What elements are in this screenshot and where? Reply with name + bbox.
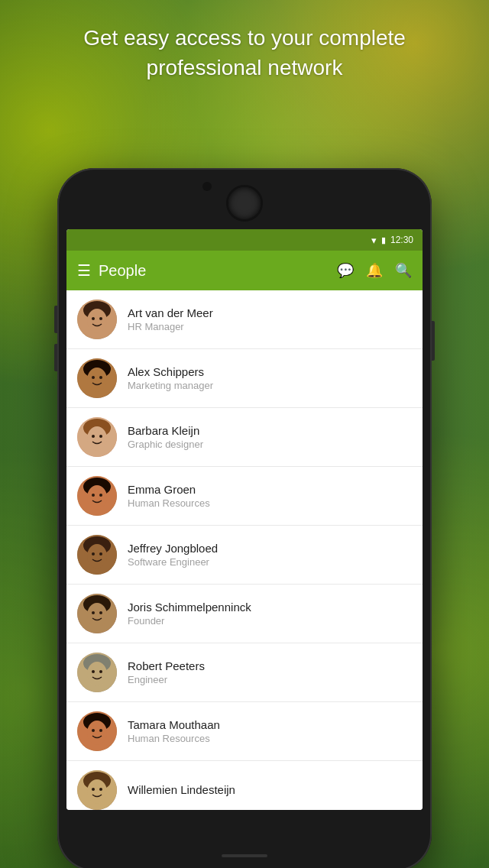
svg-point-3	[92, 317, 95, 320]
svg-point-4	[99, 317, 102, 320]
svg-point-14	[99, 435, 102, 438]
svg-point-18	[92, 494, 95, 497]
avatar	[77, 417, 117, 457]
menu-icon[interactable]: ☰	[77, 261, 91, 280]
hero-text: Get easy access to your complete profess…	[0, 23, 489, 83]
chat-icon[interactable]: 💬	[337, 262, 354, 279]
contact-info: Art van der MeerHR Manager	[128, 306, 412, 332]
contact-list: Art van der MeerHR ManagerAlex Schippers…	[66, 290, 423, 810]
phone-speaker	[202, 182, 212, 191]
svg-point-9	[99, 376, 102, 379]
contact-name: Alex Schippers	[128, 365, 412, 378]
contact-name: Willemien Lindesteijn	[128, 783, 412, 796]
contact-info: Alex SchippersMarketing manager	[128, 365, 412, 391]
contact-name: Emma Groen	[128, 483, 412, 496]
contact-role: Marketing manager	[128, 380, 412, 391]
svg-point-27	[87, 603, 107, 627]
list-item[interactable]: Alex SchippersMarketing manager	[66, 349, 423, 408]
volume-down-button	[54, 344, 57, 371]
contact-name: Robert Peeters	[128, 659, 412, 672]
svg-point-32	[87, 662, 107, 686]
search-icon[interactable]: 🔍	[395, 262, 412, 279]
svg-point-44	[99, 788, 102, 791]
svg-point-24	[99, 552, 102, 555]
svg-point-2	[87, 309, 107, 333]
contact-role: Human Resources	[128, 497, 412, 509]
app-bar: ☰ People 💬 🔔 🔍	[66, 251, 423, 290]
contact-info: Barbara KleijnGraphic designer	[128, 424, 412, 450]
contact-info: Robert PeetersEngineer	[128, 659, 412, 685]
contact-info: Tamara MouthaanHuman Resources	[128, 718, 412, 744]
contact-role: Graphic designer	[128, 439, 412, 450]
svg-point-17	[87, 485, 107, 510]
app-bar-actions: 💬 🔔 🔍	[337, 262, 412, 279]
contact-info: Joris SchimmelpenninckFounder	[128, 601, 412, 627]
list-item[interactable]: Barbara KleijnGraphic designer	[66, 408, 423, 467]
svg-point-13	[92, 435, 95, 438]
avatar	[77, 653, 117, 692]
list-item[interactable]: Joris SchimmelpenninckFounder	[66, 585, 423, 643]
contact-role: HR Manager	[128, 321, 412, 332]
avatar	[77, 300, 117, 339]
svg-point-33	[92, 670, 95, 673]
svg-point-29	[99, 611, 102, 614]
list-item[interactable]: Art van der MeerHR Manager	[66, 290, 423, 349]
contact-name: Art van der Meer	[128, 306, 412, 319]
avatar	[77, 594, 117, 633]
avatar	[77, 535, 117, 575]
svg-point-42	[87, 779, 107, 804]
svg-point-23	[92, 552, 95, 555]
phone-screen: ▾ ▮ 12:30 ☰ People 💬 🔔 🔍 Art van der Mee…	[66, 229, 423, 810]
avatar	[77, 770, 117, 810]
svg-point-28	[92, 611, 95, 614]
contact-role: Founder	[128, 615, 412, 627]
contact-info: Emma GroenHuman Resources	[128, 483, 412, 509]
status-time: 12:30	[390, 235, 413, 245]
phone-camera	[226, 185, 263, 222]
svg-point-8	[92, 376, 95, 379]
avatar	[77, 358, 117, 398]
phone-home-indicator	[222, 854, 267, 857]
svg-point-43	[92, 788, 95, 791]
contact-name: Jeffrey Jongbloed	[128, 542, 412, 555]
contact-name: Joris Schimmelpenninck	[128, 601, 412, 614]
list-item[interactable]: Tamara MouthaanHuman Resources	[66, 702, 423, 761]
contact-name: Tamara Mouthaan	[128, 718, 412, 731]
battery-icon: ▮	[381, 235, 386, 245]
svg-point-34	[99, 670, 102, 673]
svg-point-19	[99, 494, 102, 497]
svg-point-38	[92, 729, 95, 732]
status-bar: ▾ ▮ 12:30	[66, 229, 423, 251]
wifi-icon: ▾	[371, 235, 377, 246]
app-title: People	[99, 262, 329, 280]
list-item[interactable]: Robert PeetersEngineer	[66, 643, 423, 702]
svg-point-7	[87, 368, 107, 392]
contact-info: Jeffrey JongbloedSoftware Engineer	[128, 542, 412, 568]
contact-role: Software Engineer	[128, 556, 412, 568]
svg-point-39	[99, 729, 102, 732]
contact-name: Barbara Kleijn	[128, 424, 412, 437]
contact-info: Willemien Lindesteijn	[128, 783, 412, 798]
volume-up-button	[54, 306, 57, 333]
power-button	[432, 321, 435, 361]
contact-role: Engineer	[128, 674, 412, 685]
avatar	[77, 711, 117, 751]
bell-icon[interactable]: 🔔	[366, 262, 383, 279]
svg-point-12	[87, 426, 107, 451]
list-item[interactable]: Willemien Lindesteijn	[66, 761, 423, 810]
svg-point-22	[87, 544, 107, 568]
list-item[interactable]: Emma GroenHuman Resources	[66, 467, 423, 526]
list-item[interactable]: Jeffrey JongbloedSoftware Engineer	[66, 526, 423, 585]
svg-point-37	[87, 721, 107, 745]
phone-frame: ▾ ▮ 12:30 ☰ People 💬 🔔 🔍 Art van der Mee…	[57, 168, 432, 868]
contact-role: Human Resources	[128, 733, 412, 744]
avatar	[77, 476, 117, 516]
